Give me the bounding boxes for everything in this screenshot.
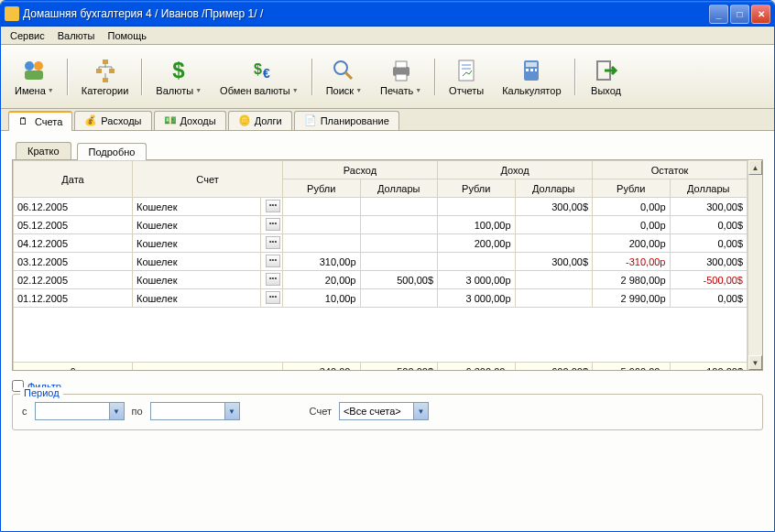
cell-exp-usd (360, 216, 438, 234)
cell-account: Кошелек (133, 216, 261, 234)
cell-expand[interactable]: ••• (261, 253, 283, 271)
chevron-down-icon[interactable]: ▼ (109, 403, 124, 419)
menu-help[interactable]: Помощь (103, 28, 153, 43)
app-icon (5, 6, 19, 21)
scroll-down-button[interactable]: ▼ (748, 355, 762, 370)
menu-service[interactable]: Сервис (5, 28, 50, 43)
separator (141, 59, 143, 95)
cell-expand[interactable]: ••• (261, 198, 283, 216)
ellipsis-button[interactable]: ••• (266, 291, 280, 304)
chevron-down-icon[interactable]: ▼ (413, 403, 428, 419)
col-exp-usd[interactable]: Доллары (360, 179, 438, 198)
ellipsis-button[interactable]: ••• (266, 200, 280, 212)
chevron-down-icon[interactable]: ▼ (224, 403, 239, 419)
table-row[interactable]: 02.12.2005Кошелек•••20,00p500,00$3 000,0… (14, 271, 748, 289)
svg-point-1 (34, 61, 43, 71)
cell-inc-rub: 3 000,00p (438, 289, 516, 308)
debts-icon: 🪙 (238, 114, 251, 127)
content-panel: Кратко Подробно Дата Счет Расход Доход О… (1, 131, 774, 531)
svg-rect-21 (530, 69, 533, 71)
svg-rect-5 (109, 69, 115, 73)
menubar: Сервис Валюты Помощь (1, 27, 774, 45)
subtab-detail[interactable]: Подробно (77, 143, 147, 160)
toolbar-calculator[interactable]: Калькулятор (494, 50, 569, 103)
toolbar-search[interactable]: Поиск▼ (318, 50, 370, 103)
toolbar-exit[interactable]: Выход (581, 50, 632, 103)
col-bal-usd[interactable]: Доллары (670, 179, 748, 198)
cell-bal-rub: 2 990,00p (593, 289, 671, 308)
minimize-button[interactable]: _ (709, 5, 728, 24)
toolbar-currencies[interactable]: $ Валюты▼ (147, 50, 210, 103)
maximize-button[interactable]: □ (730, 5, 749, 24)
vertical-scrollbar[interactable]: ▲ ▼ (748, 160, 762, 370)
people-icon (21, 58, 47, 83)
cell-inc-rub (438, 253, 516, 271)
svg-text:$: $ (173, 58, 186, 82)
filter-panel: Фильтр Период с ▼ по ▼ Счет <Все счета>▼ (12, 380, 763, 430)
separator (311, 59, 313, 95)
account-combo[interactable]: <Все счета>▼ (339, 402, 429, 420)
cell-expand[interactable]: ••• (261, 289, 283, 308)
cell-bal-rub: 2 980,00p (593, 271, 671, 289)
col-exp-rub[interactable]: Рубли (283, 179, 361, 198)
cell-bal-usd: 0,00$ (670, 289, 748, 308)
close-button[interactable]: ✕ (751, 5, 770, 24)
col-balance[interactable]: Остаток (593, 161, 748, 179)
ellipsis-button[interactable]: ••• (266, 236, 280, 249)
cell-bal-rub: -310,00p (593, 253, 671, 271)
cell-inc-rub (438, 198, 516, 216)
cell-expand[interactable]: ••• (261, 271, 283, 289)
scroll-up-button[interactable]: ▲ (748, 160, 762, 175)
col-account[interactable]: Счет (133, 161, 283, 198)
cell-expand[interactable]: ••• (261, 234, 283, 253)
scroll-track[interactable] (748, 175, 762, 355)
tab-income[interactable]: 💵Доходы (154, 111, 226, 130)
account-filter-label: Счет (310, 406, 332, 417)
table-row[interactable]: 04.12.2005Кошелек•••200,00p200,00p0,00$ (14, 234, 748, 253)
cell-bal-usd: 300,00$ (670, 198, 748, 216)
table-row[interactable]: 01.12.2005Кошелек•••10,00p3 000,00p2 990… (14, 289, 748, 308)
svg-line-11 (345, 72, 352, 79)
separator (434, 59, 436, 95)
toolbar-exchange[interactable]: $€ Обмен валюты▼ (212, 50, 307, 103)
cell-bal-rub: 0,00p (593, 198, 671, 216)
cell-inc-usd: 300,00$ (515, 198, 593, 216)
tab-expenses[interactable]: 💰Расходы (74, 111, 151, 130)
col-bal-rub[interactable]: Рубли (593, 179, 671, 198)
empty-row (14, 308, 748, 363)
date-to-combo[interactable]: ▼ (150, 402, 240, 420)
col-date[interactable]: Дата (14, 161, 133, 198)
col-inc-rub[interactable]: Рубли (438, 179, 516, 198)
toolbar-names[interactable]: Имена▼ (6, 50, 62, 103)
ellipsis-button[interactable]: ••• (266, 255, 280, 267)
svg-rect-19 (526, 62, 537, 67)
tab-planning[interactable]: 📄Планирование (294, 111, 399, 130)
menu-currencies[interactable]: Валюты (52, 28, 101, 43)
svg-rect-13 (396, 61, 407, 68)
ellipsis-button[interactable]: ••• (266, 218, 280, 231)
table-row[interactable]: 06.12.2005Кошелек•••300,00$0,00p300,00$ (14, 198, 748, 216)
table-row[interactable]: 05.12.2005Кошелек•••100,00p0,00p0,00$ (14, 216, 748, 234)
ellipsis-button[interactable]: ••• (266, 273, 280, 286)
subtab-short[interactable]: Кратко (16, 142, 71, 159)
cell-exp-usd (360, 234, 438, 253)
col-income[interactable]: Доход (438, 161, 593, 179)
toolbar-categories[interactable]: Категории (73, 50, 137, 103)
col-expense[interactable]: Расход (283, 161, 438, 179)
toolbar-print[interactable]: Печать▼ (372, 50, 430, 103)
svg-point-0 (25, 61, 34, 71)
cell-inc-usd: 300,00$ (515, 253, 593, 271)
cell-date: 02.12.2005 (14, 271, 133, 289)
date-from-combo[interactable]: ▼ (35, 402, 125, 420)
cell-account: Кошелек (133, 289, 261, 308)
toolbar-reports[interactable]: Отчеты (441, 50, 492, 103)
table-row[interactable]: 03.12.2005Кошелек•••310,00p300,00$-310,0… (14, 253, 748, 271)
printer-icon (388, 58, 414, 83)
cell-expand[interactable]: ••• (261, 216, 283, 234)
svg-text:€: € (263, 66, 270, 81)
report-icon (453, 58, 479, 83)
tab-accounts[interactable]: 🗒Счета (8, 111, 72, 131)
tab-debts[interactable]: 🪙Долги (228, 111, 292, 130)
cell-account: Кошелек (133, 234, 261, 253)
col-inc-usd[interactable]: Доллары (515, 179, 593, 198)
